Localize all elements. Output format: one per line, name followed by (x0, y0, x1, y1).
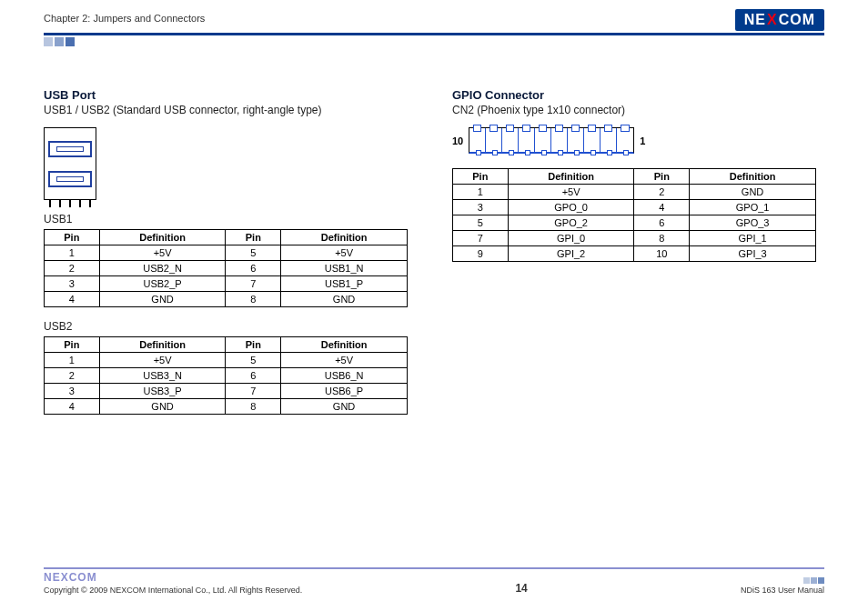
cell: 2 (634, 185, 690, 200)
page-footer: NEXCOM Copyright © 2009 NEXCOM Internati… (44, 567, 824, 595)
cell: USB1_N (281, 261, 408, 276)
cell: 7 (226, 384, 281, 399)
chapter-title: Chapter 2: Jumpers and Connectors (44, 9, 205, 24)
left-column: USB Port USB1 / USB2 (Standard USB conne… (44, 88, 416, 415)
usb-port-title: USB Port (44, 88, 416, 102)
cell: GND (99, 292, 226, 307)
usb-connector-diagram (44, 127, 96, 200)
cell: 6 (634, 215, 690, 231)
cell: 8 (226, 292, 281, 307)
doc-name: NDiS 163 User Manual (741, 586, 824, 595)
table-row: 2USB2_N6USB1_N (45, 261, 408, 276)
phoenix-label-1: 1 (640, 135, 645, 146)
cell: USB6_N (281, 368, 408, 384)
footer-accent (741, 577, 824, 584)
table-row: 9GPI_210GPI_3 (453, 246, 816, 262)
usb2-table: Pin Definition Pin Definition 1+5V5+5V2U… (44, 336, 408, 415)
cell: 5 (226, 353, 281, 368)
cell: GND (281, 292, 408, 307)
cell: GPO_0 (508, 200, 634, 215)
th: Pin (226, 230, 281, 245)
table-row: 1+5V5+5V (45, 353, 408, 368)
cell: USB6_P (281, 384, 408, 399)
cell: GPI_3 (690, 246, 816, 262)
th: Definition (281, 337, 408, 353)
page-header: Chapter 2: Jumpers and Connectors NEXCOM (44, 9, 824, 35)
brand-logo: NEXCOM (735, 9, 824, 31)
cell: USB1_P (281, 276, 408, 292)
cell: 9 (453, 246, 509, 262)
gpio-subtitle: CN2 (Phoenix type 1x10 connector) (452, 104, 824, 116)
th: Pin (634, 169, 690, 185)
right-column: GPIO Connector CN2 (Phoenix type 1x10 co… (452, 88, 824, 415)
cell: USB3_N (99, 368, 226, 384)
th: Definition (99, 337, 226, 353)
th: Pin (453, 169, 509, 185)
cell: 7 (453, 231, 509, 246)
logo-part-x: X (767, 12, 778, 28)
cell: +5V (99, 245, 226, 261)
cell: GPO_1 (690, 200, 816, 215)
cell: 1 (45, 245, 100, 261)
cell: 10 (634, 246, 690, 262)
gpio-table: Pin Definition Pin Definition 1+5V2GND3G… (452, 168, 816, 262)
table-row: 3GPO_04GPO_1 (453, 200, 816, 215)
th: Definition (281, 230, 408, 245)
cell: 8 (634, 231, 690, 246)
cell: USB2_P (99, 276, 226, 292)
cell: 5 (453, 215, 509, 231)
main-content: USB Port USB1 / USB2 (Standard USB conne… (44, 88, 824, 415)
cell: +5V (281, 353, 408, 368)
header-accent (44, 37, 824, 46)
cell: 4 (45, 399, 100, 415)
phoenix-label-10: 10 (452, 135, 463, 146)
cell: GND (99, 399, 226, 415)
copyright-text: Copyright © 2009 NEXCOM International Co… (44, 586, 302, 595)
table-row: 7GPI_08GPI_1 (453, 231, 816, 246)
th: Definition (690, 169, 816, 185)
table-row: 1+5V2GND (453, 185, 816, 200)
table-row: 2USB3_N6USB6_N (45, 368, 408, 384)
cell: GND (281, 399, 408, 415)
th: Pin (45, 337, 100, 353)
table-row: 4GND8GND (45, 399, 408, 415)
phoenix-connector-diagram: 10 1 (452, 127, 824, 154)
cell: 3 (45, 276, 100, 292)
cell: 1 (453, 185, 509, 200)
cell: 3 (453, 200, 509, 215)
cell: +5V (99, 353, 226, 368)
gpio-title: GPIO Connector (452, 88, 824, 102)
cell: GND (690, 185, 816, 200)
cell: +5V (281, 245, 408, 261)
usb-port-subtitle: USB1 / USB2 (Standard USB connector, rig… (44, 104, 416, 116)
cell: GPI_2 (508, 246, 634, 262)
cell: GPI_1 (690, 231, 816, 246)
cell: 1 (45, 353, 100, 368)
th: Definition (508, 169, 634, 185)
usb1-table: Pin Definition Pin Definition 1+5V5+5V2U… (44, 229, 408, 307)
th: Pin (226, 337, 281, 353)
table-row: 1+5V5+5V (45, 245, 408, 261)
cell: GPO_2 (508, 215, 634, 231)
cell: GPI_0 (508, 231, 634, 246)
logo-part-1: NE (744, 12, 766, 28)
cell: GPO_3 (690, 215, 816, 231)
cell: 7 (226, 276, 281, 292)
cell: 4 (634, 200, 690, 215)
cell: +5V (508, 185, 634, 200)
cell: USB2_N (99, 261, 226, 276)
cell: 2 (45, 368, 100, 384)
logo-part-2: COM (779, 12, 815, 28)
cell: 4 (45, 292, 100, 307)
usb1-label: USB1 (44, 213, 416, 225)
page-number: 14 (515, 582, 527, 595)
footer-brand: NEXCOM (44, 571, 302, 584)
usb2-label: USB2 (44, 320, 416, 333)
cell: 2 (45, 261, 100, 276)
th: Pin (45, 230, 100, 245)
table-row: 3USB2_P7USB1_P (45, 276, 408, 292)
table-row: 3USB3_P7USB6_P (45, 384, 408, 399)
cell: 6 (226, 261, 281, 276)
cell: 5 (226, 245, 281, 261)
cell: 8 (226, 399, 281, 415)
